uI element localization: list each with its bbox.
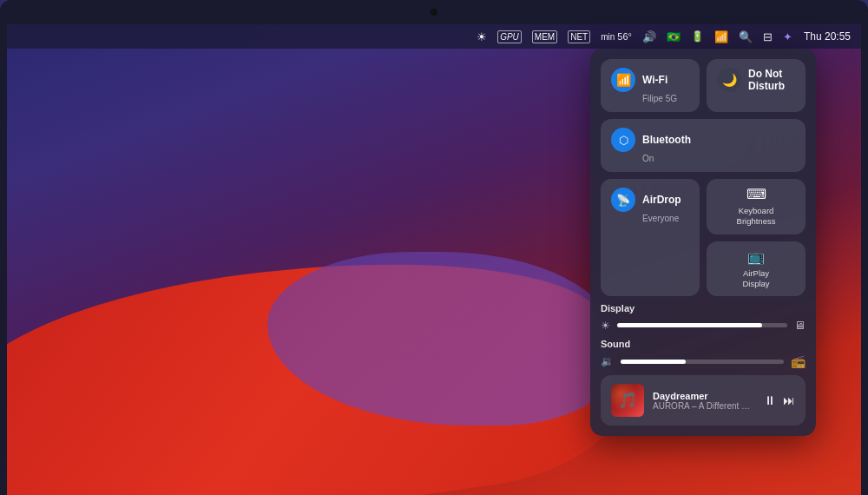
bezel-right [861, 24, 868, 495]
keyboard-brightness-label2: Brightness [737, 216, 776, 227]
bluetooth-subtitle: On [611, 154, 795, 163]
menubar-search[interactable]: 🔍 [736, 29, 755, 45]
dnd-cell[interactable]: 🌙 Do Not Disturb [707, 59, 806, 112]
bluetooth-cell[interactable]: ⬡ Bluetooth On [601, 119, 806, 172]
airdrop-cell[interactable]: 📡 AirDrop Everyone [601, 179, 700, 296]
volume-icon: 🔊 [642, 30, 656, 43]
bluetooth-icon: ⬡ [611, 128, 635, 152]
album-art-inner: 🎵 [611, 384, 644, 417]
siri-icon: ✦ [783, 30, 792, 43]
menubar-memory[interactable]: MEM [529, 29, 560, 45]
sound-slider-row: 🔉 📻 [601, 354, 806, 368]
airplay-display-label1: AirPlay [743, 268, 769, 279]
menubar-temperature[interactable]: min 56° [598, 30, 635, 43]
menubar-wifi[interactable]: 📶 [712, 29, 731, 45]
bezel-left [0, 24, 7, 495]
track-artist: AURORA – A Different Kind of... [653, 401, 755, 411]
menubar-right: ☀ GPU MEM NET min 56° 🔊 🇧🇷 🔋 [474, 29, 851, 45]
sound-slider-track[interactable] [621, 360, 784, 364]
menubar-brightness[interactable]: ☀ [474, 29, 490, 45]
menubar-volume[interactable]: 🔊 [640, 29, 659, 45]
wifi-subtitle: Filipe 5G [611, 94, 689, 103]
skip-forward-button[interactable]: ⏭ [783, 393, 795, 407]
dnd-title-line2: Disturb [748, 80, 785, 92]
display-section-header: Display [601, 303, 806, 314]
keyboard-brightness-icon: ⌨ [746, 186, 766, 202]
now-playing-cell[interactable]: 🎵 Daydreamer AURORA – A Different Kind o… [601, 375, 806, 426]
sound-section-header: Sound [601, 339, 806, 349]
album-art: 🎵 [611, 384, 644, 417]
volume-slider-icon: 🔉 [601, 355, 614, 367]
dnd-icon: 🌙 [717, 68, 741, 92]
display-slider-track[interactable] [617, 323, 787, 327]
display-slider-row: ☀ 🖥 [601, 319, 806, 332]
flag-icon: 🇧🇷 [667, 30, 681, 43]
airplay-display-icon: 📺 [747, 248, 765, 265]
brightness-slider-icon: ☀ [601, 320, 610, 332]
bluetooth-title: Bluetooth [642, 134, 691, 146]
sound-section: Sound 🔉 📻 [601, 339, 806, 368]
airplay-display-label2: Display [742, 279, 769, 289]
network-icon: NET [568, 30, 590, 43]
keyboard-brightness-label1: Keyboard [739, 206, 774, 216]
laptop-frame: ☀ GPU MEM NET min 56° 🔊 🇧🇷 🔋 [0, 0, 868, 495]
control-center-panel: 📶 Wi-Fi Filipe 5G 🌙 Do Not Disturb ⬡ [590, 49, 816, 436]
airplay-display-cell[interactable]: 📺 AirPlay Display [707, 241, 806, 297]
track-title: Daydreamer [653, 391, 755, 401]
search-icon: 🔍 [739, 30, 753, 43]
battery-icon: 🔋 [691, 30, 704, 43]
menubar-gpu[interactable]: GPU [495, 29, 524, 45]
keyboard-brightness-cell[interactable]: ⌨ Keyboard Brightness [707, 179, 806, 234]
airplay-audio-icon[interactable]: 📻 [791, 354, 806, 368]
playback-controls: ⏸ ⏭ [764, 393, 795, 407]
sound-slider-fill [621, 360, 686, 364]
menubar-flag[interactable]: 🇧🇷 [664, 29, 683, 45]
wifi-icon: 📶 [714, 30, 728, 43]
memory-icon: MEM [532, 30, 557, 43]
menubar-control-center[interactable]: ⊟ [760, 29, 775, 45]
temperature-value: 56° [617, 31, 632, 42]
dnd-title-line1: Do Not [748, 68, 785, 80]
gpu-icon: GPU [497, 30, 522, 43]
display-monitor-icon[interactable]: 🖥 [794, 319, 806, 332]
airdrop-icon: 📡 [611, 188, 635, 212]
wifi-title: Wi-Fi [642, 74, 667, 86]
brightness-icon: ☀ [477, 30, 487, 43]
wifi-cell[interactable]: 📶 Wi-Fi Filipe 5G [601, 59, 700, 112]
track-info: Daydreamer AURORA – A Different Kind of.… [653, 391, 755, 411]
wifi-cell-icon: 📶 [611, 68, 635, 92]
control-center-icon: ⊟ [763, 30, 773, 43]
display-slider-fill [617, 323, 762, 327]
menubar-datetime: Thu 20:55 [804, 30, 851, 43]
webcam [431, 9, 437, 16]
menubar-battery[interactable]: 🔋 [688, 29, 707, 44]
menubar-siri[interactable]: ✦ [780, 29, 795, 45]
airdrop-subtitle: Everyone [611, 214, 689, 223]
sound-section-title: Sound [601, 339, 630, 349]
temperature-icon: min [601, 32, 615, 42]
display-section-title: Display [601, 303, 635, 314]
menubar-network[interactable]: NET [565, 29, 593, 45]
airdrop-title: AirDrop [642, 194, 681, 206]
display-section: Display ☀ 🖥 [601, 303, 806, 332]
menubar: ☀ GPU MEM NET min 56° 🔊 🇧🇷 🔋 [7, 24, 861, 49]
pause-button[interactable]: ⏸ [764, 393, 776, 407]
